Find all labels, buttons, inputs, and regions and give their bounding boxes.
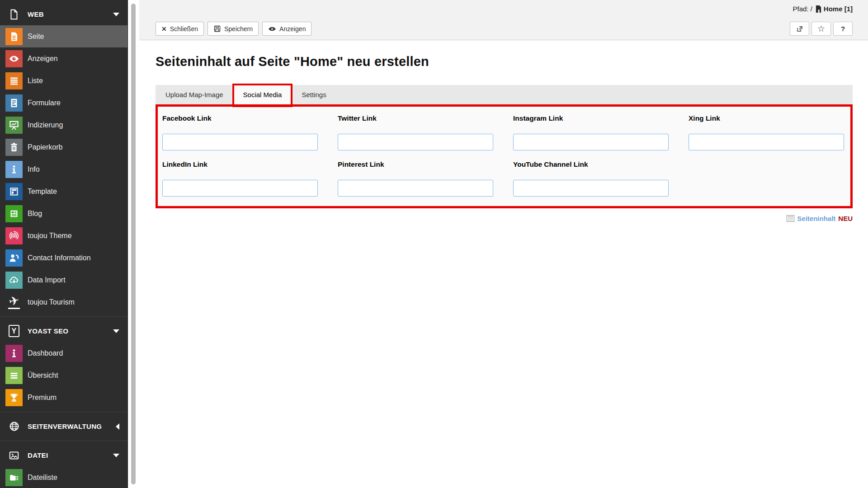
sidebar-item-label: Template bbox=[28, 188, 57, 196]
sidebar-section-datei[interactable]: DATEI bbox=[0, 444, 127, 466]
trash-icon bbox=[5, 139, 23, 156]
view-button-label: Anzeigen bbox=[279, 25, 306, 33]
record-footer: Seiteninhalt NEU bbox=[156, 215, 853, 222]
star-icon: ☆ bbox=[817, 23, 825, 34]
tab-settings[interactable]: Settings bbox=[292, 85, 336, 104]
view-button[interactable]: Anzeigen bbox=[262, 22, 311, 36]
path-label: Pfad: / bbox=[793, 5, 812, 13]
question-mark-icon: ? bbox=[841, 25, 845, 33]
content-area: Seiteninhalt auf Seite "Home" neu erstel… bbox=[139, 54, 868, 222]
sidebar-item-indizierung[interactable]: Indizierung bbox=[0, 114, 127, 136]
field-label: LinkedIn Link bbox=[162, 160, 319, 169]
sidebar-item-label: Indizierung bbox=[28, 121, 63, 129]
sidebar-item-label: toujou Tourism bbox=[28, 298, 75, 306]
field-label: Pinterest Link bbox=[338, 160, 494, 169]
close-icon: ✕ bbox=[161, 25, 167, 33]
sidebar-item-template[interactable]: Template bbox=[0, 180, 127, 202]
field-youtube-channel-link: YouTube Channel Link bbox=[513, 160, 670, 197]
fingerprint-icon bbox=[5, 227, 23, 244]
tab-social-media[interactable]: Social Media bbox=[233, 85, 292, 104]
tab-upload-map-image[interactable]: Upload Map-Image bbox=[156, 85, 233, 104]
sidebar-item-label: Blog bbox=[28, 210, 42, 218]
open-new-window-button[interactable] bbox=[790, 22, 809, 36]
sidebar-item-label: Formulare bbox=[28, 99, 61, 107]
info-icon bbox=[5, 161, 23, 178]
open-new-window-icon bbox=[796, 25, 803, 33]
sidebar-item-toujou-theme[interactable]: toujou Theme bbox=[0, 225, 127, 247]
sidebar-item-papierkorb[interactable]: Papierkorb bbox=[0, 136, 127, 158]
xing-link-input[interactable] bbox=[689, 134, 844, 150]
sidebar-section-web[interactable]: WEB bbox=[0, 3, 127, 25]
sidebar-item-uebersicht[interactable]: Übersicht bbox=[0, 364, 127, 386]
twitter-link-input[interactable] bbox=[338, 134, 493, 150]
sidebar-item-contact-information[interactable]: Contact Information bbox=[0, 247, 127, 269]
folder-lines-icon bbox=[5, 469, 23, 486]
sidebar-item-dashboard[interactable]: Dashboard bbox=[0, 342, 127, 364]
sidebar-item-label: Contact Information bbox=[28, 254, 91, 262]
field-facebook-link: Facebook Link bbox=[162, 114, 319, 150]
sidebar-item-seite[interactable]: Seite bbox=[0, 25, 127, 47]
record-type-label: Seiteninhalt bbox=[797, 215, 835, 222]
sidebar-section-yoast-seo[interactable]: Y YOAST SEO bbox=[0, 320, 127, 342]
close-button[interactable]: ✕ Schließen bbox=[156, 22, 204, 36]
sidebar-item-label: Übersicht bbox=[28, 371, 58, 380]
sidebar-item-label: Info bbox=[28, 165, 40, 174]
chevron-down-icon bbox=[113, 454, 119, 457]
youtube-channel-link-input[interactable] bbox=[513, 180, 669, 197]
tab-label: Social Media bbox=[243, 91, 282, 99]
section-label: SEITENVERWALTUNG bbox=[28, 422, 102, 430]
sidebar-item-data-import[interactable]: Data Import bbox=[0, 269, 127, 291]
close-button-label: Schließen bbox=[170, 25, 198, 33]
airplane-icon: ✈ bbox=[5, 294, 23, 311]
field-linkedin-link: LinkedIn Link bbox=[162, 160, 319, 197]
field-label: Facebook Link bbox=[162, 114, 319, 122]
sidebar-item-label: Anzeigen bbox=[28, 55, 58, 63]
save-button[interactable]: Speichern bbox=[208, 22, 259, 36]
instagram-link-input[interactable] bbox=[513, 134, 669, 150]
eye-icon bbox=[268, 26, 276, 32]
module-sidebar: WEB Seite Anzeigen Liste Formulare Indiz… bbox=[0, 0, 128, 488]
chart-board-icon bbox=[5, 117, 23, 134]
help-button[interactable]: ? bbox=[833, 22, 853, 36]
bookmark-button[interactable]: ☆ bbox=[811, 22, 831, 36]
sidebar-item-label: Dashboard bbox=[28, 349, 63, 357]
sidebar-item-toujou-tourism[interactable]: ✈ toujou Tourism bbox=[0, 291, 127, 313]
sidebar-item-premium[interactable]: Premium bbox=[0, 386, 127, 408]
tab-label: Upload Map-Image bbox=[165, 91, 223, 99]
sidebar-item-label: Dateiliste bbox=[28, 474, 57, 482]
pinterest-link-input[interactable] bbox=[338, 180, 493, 197]
new-record-badge: NEU bbox=[838, 215, 853, 222]
sidebar-scrollbar-thumb[interactable] bbox=[131, 4, 136, 484]
sidebar-item-blog[interactable]: Blog bbox=[0, 202, 127, 225]
sidebar-scrollbar-track bbox=[128, 0, 139, 488]
linkedin-link-input[interactable] bbox=[162, 180, 318, 197]
form-icon bbox=[5, 94, 23, 112]
sidebar-divider bbox=[0, 316, 127, 317]
sidebar-section-seitenverwaltung[interactable]: SEITENVERWALTUNG bbox=[0, 415, 127, 437]
globe-icon bbox=[5, 421, 23, 432]
sidebar-item-label: toujou Theme bbox=[28, 232, 72, 240]
floppy-disk-icon bbox=[213, 25, 221, 33]
sidebar-item-info[interactable]: Info bbox=[0, 158, 127, 180]
sidebar-item-label: Liste bbox=[28, 77, 43, 85]
sidebar-item-label: Data Import bbox=[28, 276, 66, 284]
field-instagram-link: Instagram Link bbox=[513, 114, 670, 150]
field-label: Twitter Link bbox=[338, 114, 494, 122]
sidebar-item-anzeigen[interactable]: Anzeigen bbox=[0, 47, 127, 70]
facebook-link-input[interactable] bbox=[162, 134, 318, 150]
tab-label: Settings bbox=[302, 91, 326, 99]
section-label: YOAST SEO bbox=[28, 327, 68, 335]
docheader: Pfad: / Home [1] ✕ Schließen Speichern bbox=[139, 0, 868, 40]
cloud-download-icon bbox=[5, 272, 23, 289]
info-icon bbox=[5, 345, 23, 362]
sidebar-item-label: Premium bbox=[28, 394, 57, 402]
docheader-icon-buttons: ☆ ? bbox=[790, 22, 853, 36]
path-page-link[interactable]: Home [1] bbox=[815, 5, 853, 13]
sidebar-item-liste[interactable]: Liste bbox=[0, 70, 127, 92]
breadcrumb: Pfad: / Home [1] bbox=[793, 5, 853, 13]
sidebar-item-dateiliste[interactable]: Dateiliste bbox=[0, 466, 127, 488]
sidebar-item-formulare[interactable]: Formulare bbox=[0, 92, 127, 114]
form-tab-container: Upload Map-Image Social Media Settings F… bbox=[156, 85, 853, 208]
page-title: Seiteninhalt auf Seite "Home" neu erstel… bbox=[156, 54, 853, 69]
social-media-field-grid: Facebook Link Twitter Link Instagram Lin… bbox=[162, 114, 848, 197]
